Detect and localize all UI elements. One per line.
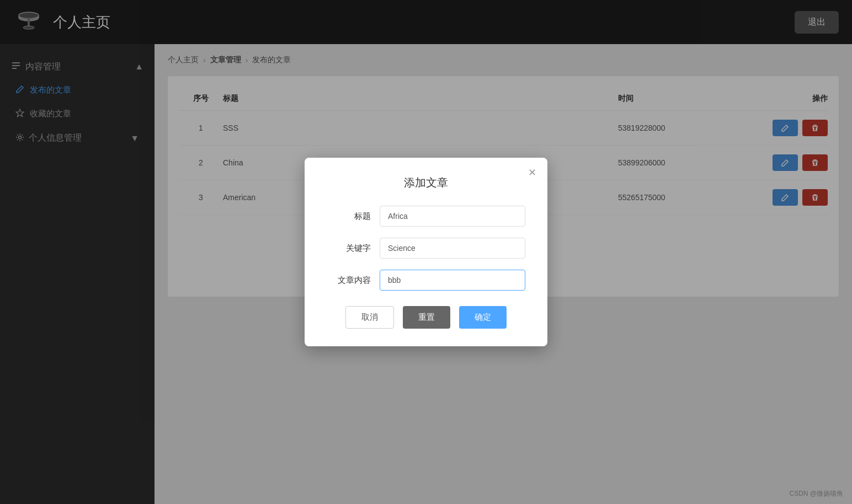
add-article-dialog: 添加文章 ✕ 标题 关键字 文章内容 取消 重置 确定	[305, 158, 547, 346]
form-label-keyword: 关键字	[327, 243, 371, 254]
dialog-actions: 取消 重置 确定	[327, 306, 525, 329]
keyword-input[interactable]	[380, 238, 525, 259]
form-row-content: 文章内容	[327, 270, 525, 291]
form-row-keyword: 关键字	[327, 238, 525, 259]
reset-button[interactable]: 重置	[403, 306, 450, 329]
form-row-title: 标题	[327, 206, 525, 227]
form-label-content: 文章内容	[327, 275, 371, 286]
dialog-close-button[interactable]: ✕	[528, 167, 536, 179]
cancel-button[interactable]: 取消	[345, 306, 394, 329]
confirm-button[interactable]: 确定	[459, 306, 507, 329]
content-input[interactable]	[380, 270, 525, 291]
modal-overlay: 添加文章 ✕ 标题 关键字 文章内容 取消 重置 确定	[0, 0, 852, 504]
title-input[interactable]	[380, 206, 525, 227]
form-label-title: 标题	[327, 211, 371, 222]
dialog-title: 添加文章	[327, 175, 525, 190]
